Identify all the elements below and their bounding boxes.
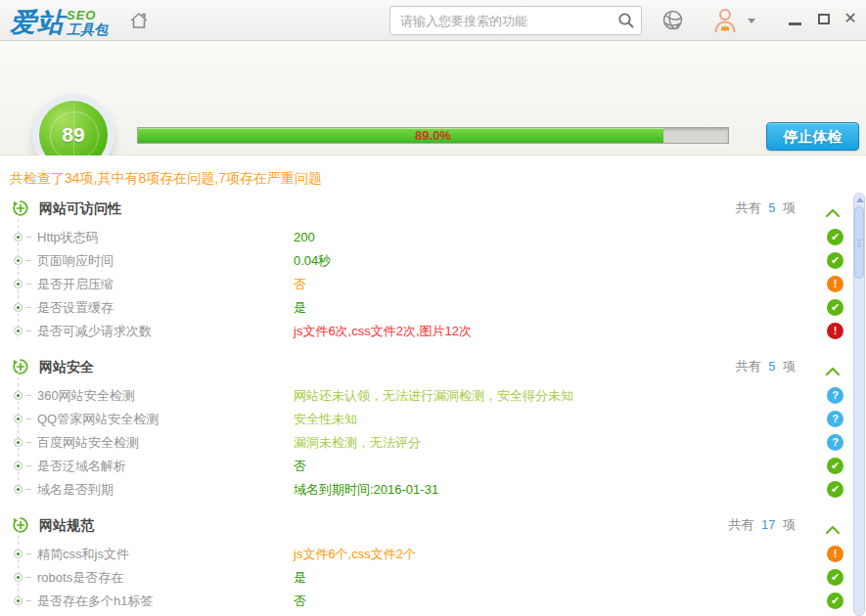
bullet-icon <box>14 280 23 288</box>
user-avatar-icon[interactable] <box>712 7 738 33</box>
stop-checkup-button[interactable]: 停止体检 <box>766 122 859 151</box>
app-logo: 爱站 SEO 工具包 <box>10 5 108 40</box>
search-icon[interactable] <box>617 12 635 29</box>
check-value: 是 <box>294 566 306 590</box>
globe-wrench-icon[interactable] <box>661 9 685 32</box>
user-menu-caret-icon[interactable] <box>748 19 755 23</box>
check-row: robots是否存在 是 ✔ <box>0 566 866 590</box>
check-value: 否 <box>294 455 306 478</box>
check-row: 360网站安全检测 网站还未认领，无法进行漏洞检测，安全得分未知 ? <box>0 384 866 408</box>
bullet-icon <box>14 485 23 494</box>
check-row: 页面响应时间 0.04秒 ✔ <box>0 249 866 273</box>
check-label: 是否存在多个h1标签 <box>37 590 153 613</box>
scroll-up-arrow-icon[interactable] <box>855 196 863 203</box>
check-row: 是否泛域名解析 否 ✔ <box>0 455 866 478</box>
titlebar: 爱站 SEO 工具包 <box>0 0 866 41</box>
section-rows: 360网站安全检测 网站还未认领，无法进行漏洞检测，安全得分未知 ? QQ管家网… <box>0 380 866 506</box>
section-rows: 精简css和js文件 js文件6个,css文件2个 ! robots是否存在 是… <box>0 539 866 616</box>
progress-percent-label: 89.0% <box>138 128 728 143</box>
status-icon: ✔ <box>827 593 843 609</box>
bullet-icon <box>14 573 23 582</box>
maximize-button[interactable] <box>812 0 836 37</box>
check-label: 域名是否到期 <box>37 478 114 502</box>
close-icon: ✕ <box>843 11 856 26</box>
status-icon: ! <box>827 276 843 292</box>
close-button[interactable]: ✕ <box>839 0 862 37</box>
check-label: 是否泛域名解析 <box>37 455 126 478</box>
checkup-panel: 89 89.0% 停止体检 正在检查百度site出图率【个别项目检查耗时较长，请… <box>0 41 866 155</box>
status-icon: ✔ <box>827 229 843 245</box>
check-row: 精简css和js文件 js文件6个,css文件2个 ! <box>0 543 866 566</box>
check-value: 是 <box>294 296 306 320</box>
check-value: 网站还未认领，无法进行漏洞检测，安全得分未知 <box>294 384 573 408</box>
vertical-scrollbar[interactable] <box>853 193 865 616</box>
status-icon: ? <box>827 434 843 451</box>
section-item-count: 共有 5 项 <box>736 353 796 380</box>
minimize-button[interactable] <box>783 0 806 37</box>
bullet-icon <box>14 438 23 447</box>
bullet-icon <box>14 256 23 265</box>
status-icon: ✔ <box>827 569 843 586</box>
search-box <box>389 6 642 35</box>
check-label: 百度网站安全检测 <box>37 431 139 455</box>
bullet-icon <box>14 327 23 335</box>
check-value: 0.04秒 <box>294 249 331 273</box>
section-title: 网站规范 <box>39 511 94 539</box>
chevron-up-icon[interactable] <box>825 521 841 531</box>
status-icon: ✔ <box>827 299 843 316</box>
check-label: robots是否存在 <box>37 566 123 590</box>
check-row: 是否设置缓存 是 ✔ <box>0 296 866 320</box>
check-value: 否 <box>294 590 306 613</box>
check-value: 否 <box>294 273 306 296</box>
results-area: 共检查了34项,其中有8项存在问题,7项存在严重问题 网站可访问性 共有 5 项 <box>0 155 866 616</box>
summary-text: 共检查了34项,其中有8项存在问题,7项存在严重问题 <box>10 167 866 189</box>
section-header: 网站安全 共有 5 项 <box>0 353 866 380</box>
check-row: 百度网站安全检测 漏洞未检测，无法评分 ? <box>0 431 866 455</box>
check-row: 是否开启压缩 否 ! <box>0 273 866 296</box>
maximize-icon <box>818 14 830 24</box>
status-icon: ✔ <box>827 458 843 474</box>
status-icon: ! <box>827 323 843 339</box>
check-label: 360网站安全检测 <box>37 384 135 408</box>
section-item-count: 共有 5 项 <box>736 195 796 222</box>
status-icon: ✔ <box>827 252 843 269</box>
status-icon: ? <box>827 387 843 404</box>
check-row: 是否可减少请求次数 js文件6次,css文件2次,图片12次 ! <box>0 320 866 343</box>
search-input[interactable] <box>389 6 642 35</box>
chevron-up-icon[interactable] <box>825 363 841 373</box>
check-section: 网站规范 共有 17 项 精简css和js文件 js文件6个,css文件2个 !… <box>0 511 866 616</box>
bullet-icon <box>14 391 23 400</box>
check-label: 页面响应时间 <box>37 249 114 273</box>
check-row: QQ管家网站安全检测 安全性未知 ? <box>0 408 866 431</box>
bullet-icon <box>14 233 23 242</box>
refresh-plus-icon <box>12 358 29 375</box>
check-label: Http状态码 <box>37 226 99 249</box>
bullet-icon <box>14 550 23 558</box>
check-value: 200 <box>294 226 315 249</box>
section-header: 网站可访问性 共有 5 项 <box>0 195 866 222</box>
status-icon: ! <box>827 546 843 562</box>
check-row: 是否存在多个h1标签 否 ✔ <box>0 590 866 613</box>
section-rows: Http状态码 200 ✔ 页面响应时间 0.04秒 ✔ 是否开启压缩 否 ! … <box>0 222 866 347</box>
check-value: js文件6个,css文件2个 <box>294 543 416 566</box>
check-label: 是否开启压缩 <box>37 273 114 296</box>
refresh-plus-icon <box>12 516 29 534</box>
check-value: 域名到期时间:2016-01-31 <box>294 478 438 502</box>
bullet-icon <box>14 596 23 605</box>
app-window: 爱站 SEO 工具包 <box>0 0 866 616</box>
refresh-plus-icon <box>12 199 29 217</box>
scrollbar-thumb[interactable] <box>854 206 864 279</box>
logo-text-main: 爱站 <box>10 5 65 40</box>
section-title: 网站可访问性 <box>39 195 121 222</box>
check-section: 网站安全 共有 5 项 360网站安全检测 网站还未认领，无法进行漏洞检测，安全… <box>0 353 866 506</box>
section-header: 网站规范 共有 17 项 <box>0 511 866 539</box>
minimize-icon <box>789 22 801 25</box>
logo-text-seo: SEO <box>67 9 108 22</box>
status-icon: ✔ <box>827 481 843 498</box>
section-item-count: 共有 17 项 <box>728 511 796 539</box>
home-icon[interactable] <box>128 10 150 31</box>
check-value: js文件6次,css文件2次,图片12次 <box>294 320 472 343</box>
chevron-up-icon[interactable] <box>825 204 841 214</box>
progress-bar: 89.0% <box>137 127 729 144</box>
check-label: 精简css和js文件 <box>37 543 129 566</box>
